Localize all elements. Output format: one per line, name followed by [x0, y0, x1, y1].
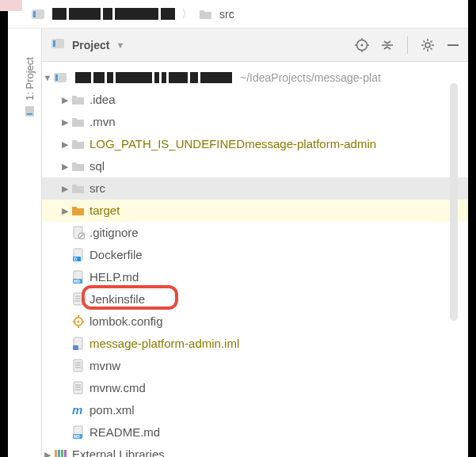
svg-text:m: m — [72, 403, 82, 417]
ide-window: 〉 src 1: Project Project ▼ — [8, 0, 468, 457]
file-text-icon — [70, 292, 86, 307]
breadcrumb: 〉 src — [8, 0, 468, 29]
svg-rect-2 — [25, 106, 33, 116]
gear-icon[interactable] — [421, 38, 435, 52]
tree-item-label: mvnw — [89, 355, 120, 377]
tree-row[interactable]: mvnw — [42, 355, 468, 377]
project-view-selector[interactable]: Project ▼ — [51, 37, 124, 52]
tree-row[interactable]: ▶sql — [42, 155, 468, 177]
file-gear-icon — [70, 314, 86, 329]
locate-icon[interactable] — [355, 38, 369, 52]
folder-icon — [70, 138, 86, 150]
project-path: ~/IdeaProjects/message-plat — [240, 67, 381, 89]
project-toolbar: Project ▼ — [42, 29, 468, 62]
sidebar-tab-label: 1: Project — [24, 57, 36, 101]
file-docker-icon: D — [70, 248, 86, 262]
collapse-all-icon[interactable] — [380, 38, 394, 52]
svg-line-21 — [431, 40, 432, 42]
expand-arrow-right-icon[interactable]: ▶ — [59, 155, 70, 177]
breadcrumb-redacted[interactable] — [52, 8, 175, 21]
folder-icon — [70, 160, 86, 173]
svg-text:D: D — [74, 257, 78, 261]
tree-row[interactable]: DDockerfile — [42, 244, 468, 266]
tree-row[interactable]: ▶src — [42, 177, 468, 200]
tree-item-label: HELP.md — [89, 266, 139, 288]
svg-line-20 — [424, 48, 425, 49]
sidebar-tab-project[interactable]: 1: Project — [17, 40, 41, 135]
scrollbar-thumb[interactable] — [450, 83, 458, 321]
tree-row[interactable]: ▶target — [42, 200, 468, 222]
folder-icon — [70, 116, 86, 128]
project-name-redacted — [75, 72, 232, 84]
folder-icon — [70, 93, 86, 106]
tree-row[interactable]: MDHELP.md — [42, 266, 468, 288]
svg-rect-59 — [58, 450, 60, 457]
expand-arrow-down-icon[interactable]: ▼ — [42, 67, 53, 89]
tree-row[interactable]: MDREADME.md — [42, 421, 468, 444]
tree-item-label: sql — [89, 155, 105, 177]
breadcrumb-src[interactable]: src — [219, 8, 234, 21]
tree-row[interactable]: Jenkinsfile — [42, 288, 468, 310]
tree-item-label: src — [89, 177, 105, 200]
file-text-icon — [70, 359, 86, 373]
svg-rect-60 — [61, 450, 63, 457]
tree-item-label: .mvn — [89, 111, 116, 133]
svg-rect-3 — [26, 113, 32, 115]
expand-arrow-right-icon[interactable]: ▶ — [59, 111, 70, 133]
expand-arrow-right-icon[interactable]: ▶ — [42, 444, 53, 457]
project-panel: Project ▼ — [41, 29, 468, 457]
expand-arrow-right-icon[interactable]: ▶ — [59, 200, 70, 222]
file-maven-icon: m — [70, 403, 86, 417]
tree-row[interactable]: mpom.xml — [42, 399, 468, 421]
project-tool-icon — [24, 105, 35, 116]
svg-rect-61 — [64, 450, 67, 457]
svg-line-19 — [431, 48, 432, 49]
external-libraries-label: External Libraries — [72, 444, 165, 457]
external-libraries-row[interactable]: ▶ External Libraries — [42, 444, 468, 457]
file-iml-icon — [70, 337, 86, 351]
tree-row[interactable]: ▶.idea — [42, 89, 468, 111]
tree-item-label: .idea — [89, 89, 116, 111]
project-icon — [53, 71, 69, 84]
svg-text:MD: MD — [74, 434, 80, 439]
project-icon — [32, 8, 46, 21]
tree-item-label: LOG_PATH_IS_UNDEFINEDmessage-platform-ad… — [89, 133, 376, 155]
tree-item-label: .gitignore — [89, 222, 139, 244]
folder-icon — [70, 182, 86, 195]
tree-item-label: mvnw.cmd — [89, 377, 146, 399]
svg-rect-5 — [53, 40, 55, 47]
expand-arrow-right-icon[interactable]: ▶ — [59, 133, 70, 155]
tree-item-label: message-platform-admin.iml — [89, 333, 239, 355]
svg-point-7 — [361, 44, 364, 46]
file-md-icon: MD — [70, 270, 86, 284]
folder-icon — [199, 8, 213, 21]
libraries-icon — [53, 448, 69, 457]
svg-text:MD: MD — [74, 279, 80, 284]
tree-item-label: target — [89, 200, 120, 222]
hide-icon[interactable] — [446, 38, 460, 52]
folder-excl-icon — [70, 204, 86, 217]
tree-row[interactable]: ▶LOG_PATH_IS_UNDEFINEDmessage-platform-a… — [42, 133, 468, 155]
expand-arrow-right-icon[interactable]: ▶ — [59, 89, 70, 111]
svg-rect-45 — [73, 345, 78, 350]
pink-corner-marker — [0, 0, 22, 11]
expand-arrow-right-icon[interactable]: ▶ — [59, 177, 70, 200]
file-ignore-icon — [70, 226, 86, 240]
file-text-icon — [70, 381, 86, 395]
project-view-icon — [51, 37, 66, 52]
svg-rect-58 — [55, 450, 57, 457]
tree-row[interactable]: .gitignore — [42, 222, 468, 244]
file-md-icon: MD — [70, 425, 86, 440]
tree-row[interactable]: message-platform-admin.iml — [42, 333, 468, 355]
project-tree[interactable]: ▼ ~/IdeaProjects/message-plat — [42, 62, 468, 457]
project-view-label: Project — [72, 39, 109, 51]
svg-point-13 — [425, 43, 430, 48]
tree-row[interactable]: lombok.config — [42, 310, 468, 333]
svg-rect-24 — [55, 74, 58, 81]
tree-row[interactable]: mvnw.cmd — [42, 377, 468, 399]
toolbar-separator — [407, 36, 408, 54]
dropdown-arrow-icon: ▼ — [116, 40, 124, 50]
tree-item-label: lombok.config — [89, 310, 163, 333]
tree-row[interactable]: ▶.mvn — [42, 111, 468, 133]
project-root-row[interactable]: ▼ ~/IdeaProjects/message-plat — [42, 67, 468, 89]
